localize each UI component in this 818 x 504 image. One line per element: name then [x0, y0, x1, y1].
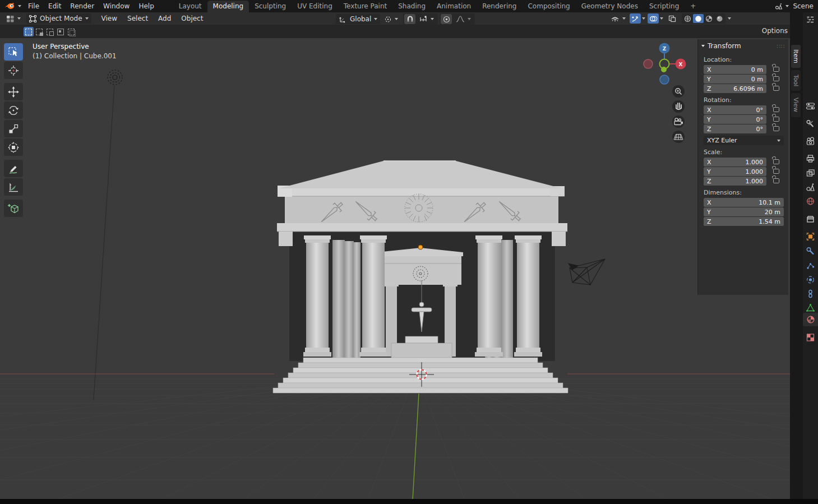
dimensions-x-field[interactable]: X 10.1 m [704, 198, 784, 207]
properties-tab-texture[interactable] [806, 332, 815, 342]
tool-select-box[interactable] [4, 43, 23, 61]
workspace-tab-shading[interactable]: Shading [392, 1, 431, 12]
tool-move[interactable] [4, 83, 23, 100]
viewport-menu-select[interactable]: Select [122, 12, 153, 25]
scale-x-lock-icon[interactable] [773, 159, 779, 164]
location-z-field[interactable]: Z 6.6096 m [704, 84, 766, 93]
properties-tab-data[interactable] [806, 303, 815, 312]
scale-y-lock-icon[interactable] [773, 169, 779, 174]
properties-tab-modifiers[interactable] [806, 246, 815, 256]
viewport-menu-object[interactable]: Object [176, 12, 208, 25]
select-mode-invert-button[interactable] [56, 27, 66, 36]
rotation-z-lock-icon[interactable] [773, 126, 779, 131]
properties-editor-type-button[interactable] [806, 101, 815, 110]
menu-render[interactable]: Render [66, 0, 99, 12]
scene-selector[interactable]: Scene [775, 0, 814, 12]
properties-tab-scene[interactable] [806, 182, 815, 192]
pan-view-button[interactable] [672, 100, 685, 113]
shading-solid-button[interactable] [693, 14, 704, 23]
camera-view-button[interactable] [672, 115, 685, 128]
location-x-field[interactable]: X 0 m [704, 65, 766, 74]
panel-grip-icon[interactable]: ∷∷ [777, 43, 785, 49]
options-dropdown[interactable]: Options [762, 27, 794, 35]
orientation-dropdown[interactable]: Global [336, 14, 380, 24]
blender-logo-icon[interactable] [4, 2, 15, 10]
proportional-falloff-dropdown[interactable] [453, 14, 474, 24]
select-mode-extend-button[interactable] [34, 27, 44, 36]
scale-z-field[interactable]: Z 1.000 [704, 177, 766, 186]
workspace-tab-sculpting[interactable]: Sculpting [249, 1, 292, 12]
workspace-tab-scripting[interactable]: Scripting [644, 1, 685, 12]
workspace-tab-uv-editing[interactable]: UV Editing [292, 1, 338, 12]
temple-model[interactable] [273, 161, 568, 393]
workspace-tab-rendering[interactable]: Rendering [477, 1, 522, 12]
snap-toggle[interactable] [404, 14, 415, 24]
sidebar-tab-view[interactable]: View [791, 93, 801, 117]
camera-object[interactable] [569, 259, 605, 285]
properties-tab-view-layer[interactable] [806, 168, 815, 178]
shading-wireframe-button[interactable] [682, 14, 693, 23]
show-overlays-toggle[interactable] [648, 13, 659, 24]
workspace-tab-texture-paint[interactable]: Texture Paint [338, 1, 392, 12]
rotation-x-field[interactable]: X 0° [704, 105, 766, 114]
dimensions-z-field[interactable]: Z 1.54 m [704, 217, 784, 226]
viewport-menu-view[interactable]: View [96, 12, 122, 25]
dimensions-y-field[interactable]: Y 20 m [704, 207, 784, 216]
gizmo-axis-y-neg[interactable] [661, 67, 667, 72]
properties-tab-output[interactable] [806, 154, 815, 163]
tool-transform[interactable] [4, 138, 23, 156]
rotation-y-lock-icon[interactable] [773, 117, 779, 122]
properties-tab-constraints[interactable] [806, 289, 815, 298]
properties-tab-material[interactable] [803, 313, 818, 326]
editor-type-button[interactable] [3, 13, 24, 24]
menu-window[interactable]: Window [99, 0, 134, 12]
menu-edit[interactable]: Edit [44, 0, 66, 12]
show-gizmo-toggle[interactable] [630, 13, 641, 24]
zoom-view-button[interactable] [672, 85, 685, 98]
properties-tab-object[interactable] [806, 232, 815, 241]
viewport-menu-add[interactable]: Add [153, 12, 176, 25]
workspace-tab-layout[interactable]: Layout [173, 1, 207, 12]
location-y-lock-icon[interactable] [773, 76, 779, 81]
properties-tab-physics[interactable] [806, 275, 815, 284]
sidebar-tab-item[interactable]: Item [791, 45, 801, 68]
menu-help[interactable]: Help [134, 0, 158, 12]
properties-tab-tool[interactable] [806, 119, 815, 128]
shading-material-button[interactable] [704, 14, 714, 23]
pivot-dropdown[interactable] [381, 14, 401, 24]
gizmo-axis-z-neg[interactable] [660, 75, 669, 84]
sun-lamp-object[interactable] [94, 70, 122, 400]
properties-tab-world[interactable] [806, 196, 815, 206]
scale-z-lock-icon[interactable] [773, 178, 779, 183]
tool-cursor[interactable] [4, 62, 23, 79]
rotation-y-field[interactable]: Y 0° [704, 115, 766, 124]
tool-rotate[interactable] [4, 101, 23, 119]
location-x-lock-icon[interactable] [773, 67, 779, 72]
rotation-z-field[interactable]: Z 0° [704, 124, 766, 133]
properties-tab-collection[interactable] [806, 214, 815, 224]
properties-tab-render[interactable] [806, 136, 815, 146]
location-y-field[interactable]: Y 0 m [704, 75, 766, 84]
snap-settings-dropdown[interactable] [417, 14, 437, 24]
tool-scale[interactable] [4, 120, 23, 137]
sidebar-tab-tool[interactable]: Tool [791, 70, 801, 91]
proportional-editing-toggle[interactable] [441, 14, 452, 24]
scale-y-field[interactable]: Y 1.000 [704, 167, 766, 176]
workspace-tab-modeling[interactable]: Modeling [207, 1, 249, 12]
add-workspace-button[interactable]: + [685, 1, 701, 12]
workspace-tab-compositing[interactable]: Compositing [522, 1, 575, 12]
menu-file[interactable]: File [24, 0, 44, 12]
tool-annotate[interactable] [4, 160, 23, 177]
object-visibility-dropdown[interactable] [608, 13, 628, 24]
rotation-mode-dropdown[interactable]: XYZ Euler [704, 136, 784, 145]
select-mode-subtract-button[interactable] [45, 27, 55, 36]
properties-tab-particles[interactable] [806, 261, 815, 270]
xray-toggle[interactable] [667, 13, 678, 24]
viewport-3d[interactable]: User Perspective (1) Collection | Cube.0… [0, 38, 790, 499]
tool-add-cube[interactable] [4, 200, 23, 217]
gizmo-axis-x-neg[interactable] [644, 59, 653, 68]
mode-dropdown[interactable]: Object Mode [26, 13, 91, 24]
scale-x-field[interactable]: X 1.000 [704, 158, 766, 167]
workspace-tab-geometry-nodes[interactable]: Geometry Nodes [576, 1, 644, 12]
workspace-tab-animation[interactable]: Animation [431, 1, 477, 12]
